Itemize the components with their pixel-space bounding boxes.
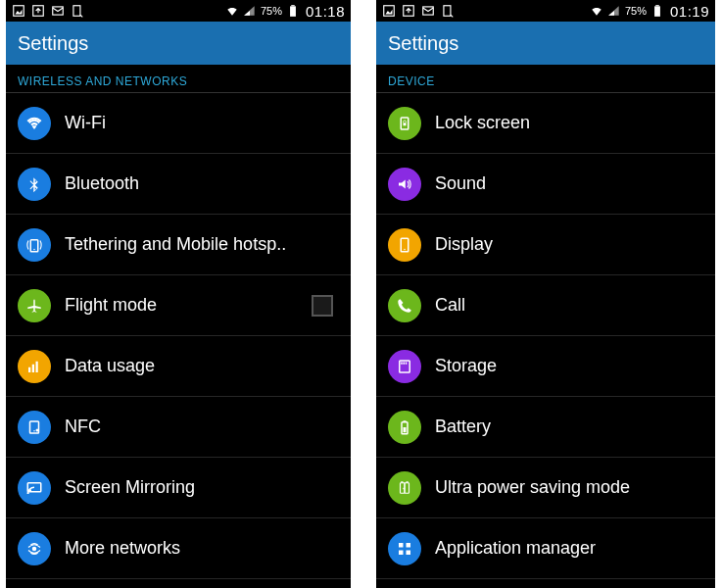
settings-item-nfc[interactable]: NFC: [6, 397, 351, 458]
settings-list: Wi-FiBluetoothTethering and Mobile hotsp…: [6, 93, 351, 579]
settings-item-bluetooth[interactable]: Bluetooth: [6, 154, 351, 215]
mirroring-icon: [18, 471, 51, 505]
item-label: Screen Mirroring: [65, 477, 195, 498]
battery-text: 75%: [625, 5, 647, 17]
settings-item-lock-screen[interactable]: Lock screen: [376, 93, 715, 154]
item-label: NFC: [65, 416, 101, 437]
status-left-icons: [382, 4, 455, 18]
share-icon: [402, 4, 415, 18]
data-usage-icon: [18, 350, 51, 383]
svg-rect-0: [14, 6, 24, 17]
svg-line-5: [80, 15, 82, 17]
bluetooth-icon: [18, 168, 51, 201]
section-header: WIRELESS AND NETWORKS: [6, 65, 351, 93]
more-networks-icon: [18, 532, 51, 565]
status-bar: 75% 01:18: [6, 0, 351, 22]
nfc-icon: [18, 411, 51, 444]
item-label: Data usage: [65, 356, 155, 376]
signal-icon: [243, 4, 257, 18]
battery-text: 75%: [261, 5, 282, 17]
status-right-icons: 75% 01:19: [590, 3, 709, 20]
settings-item-hotspot[interactable]: Tethering and Mobile hotsp..: [6, 215, 351, 275]
svg-marker-1: [16, 10, 23, 15]
item-label: More networks: [65, 538, 180, 559]
item-label: Flight mode: [65, 295, 157, 316]
svg-rect-18: [654, 6, 660, 16]
settings-item-display[interactable]: Display: [376, 215, 715, 275]
page-title: Settings: [18, 32, 88, 55]
page-title: Settings: [388, 32, 458, 55]
item-label: Ultra power saving mode: [435, 477, 630, 498]
item-label: Bluetooth: [65, 173, 139, 194]
hotspot-icon: [18, 228, 51, 262]
settings-item-more-networks[interactable]: More networks: [6, 518, 351, 579]
signal-icon: [607, 4, 621, 18]
svg-rect-10: [384, 6, 395, 17]
call-icon: [388, 289, 421, 322]
svg-line-15: [451, 15, 453, 17]
battery-icon: [650, 4, 664, 18]
power-saving-icon: [388, 471, 421, 505]
status-right-icons: 75% 01:18: [225, 3, 345, 20]
titlebar: Settings: [376, 22, 715, 65]
doc-icon: [71, 4, 84, 18]
settings-item-battery[interactable]: Battery: [376, 397, 715, 458]
airplane-icon: [18, 289, 51, 322]
item-label: Wi-Fi: [65, 113, 106, 133]
doc-icon: [441, 4, 455, 18]
flight-mode-checkbox[interactable]: [312, 295, 333, 317]
sound-icon: [388, 168, 421, 201]
share-icon: [31, 4, 45, 18]
item-label: Sound: [435, 173, 486, 194]
item-label: Tethering and Mobile hotsp..: [65, 234, 286, 255]
settings-item-sound[interactable]: Sound: [376, 154, 715, 215]
svg-rect-8: [290, 6, 296, 16]
settings-item-data-usage[interactable]: Data usage: [6, 336, 351, 397]
settings-item-power-saving[interactable]: Ultra power saving mode: [376, 458, 715, 518]
item-label: Application manager: [435, 538, 596, 559]
settings-item-wifi[interactable]: Wi-Fi: [6, 93, 351, 154]
settings-item-storage[interactable]: Storage: [376, 336, 715, 397]
image-icon: [382, 4, 396, 18]
mail-icon: [51, 4, 65, 18]
svg-rect-14: [444, 6, 451, 17]
battery-icon: [286, 4, 300, 18]
item-label: Call: [435, 295, 465, 316]
svg-rect-19: [655, 5, 659, 6]
clock-text: 01:18: [306, 3, 345, 20]
mail-icon: [421, 4, 435, 18]
storage-icon: [388, 350, 421, 383]
svg-marker-11: [386, 10, 393, 15]
battery-icon: [388, 411, 421, 444]
wifi-status-icon: [225, 4, 239, 18]
settings-item-call[interactable]: Call: [376, 275, 715, 336]
item-label: Lock screen: [435, 113, 530, 133]
item-label: Storage: [435, 356, 497, 376]
item-label: Display: [435, 234, 493, 255]
wifi-status-icon: [590, 4, 603, 18]
status-left-icons: [12, 4, 84, 18]
image-icon: [12, 4, 25, 18]
settings-item-airplane[interactable]: Flight mode: [6, 275, 351, 336]
next-section-hint: [376, 579, 715, 587]
status-bar: 75% 01:19: [376, 0, 715, 22]
phone-screen-left: 75% 01:18 Settings WIRELESS AND NETWORKS…: [6, 0, 351, 588]
section-header: DEVICE: [376, 65, 715, 93]
wifi-icon: [18, 107, 51, 140]
lock-screen-icon: [388, 107, 421, 140]
phone-screen-right: 75% 01:19 Settings DEVICE Lock screenSou…: [376, 0, 715, 588]
item-label: Battery: [435, 416, 491, 437]
settings-item-mirroring[interactable]: Screen Mirroring: [6, 458, 351, 518]
clock-text: 01:19: [670, 3, 709, 20]
svg-rect-4: [73, 6, 80, 17]
svg-rect-9: [291, 5, 295, 6]
settings-list: Lock screenSoundDisplayCallStorageBatter…: [376, 93, 715, 579]
settings-item-apps[interactable]: Application manager: [376, 518, 715, 579]
titlebar: Settings: [6, 22, 351, 65]
apps-icon: [388, 532, 421, 565]
display-icon: [388, 228, 421, 262]
